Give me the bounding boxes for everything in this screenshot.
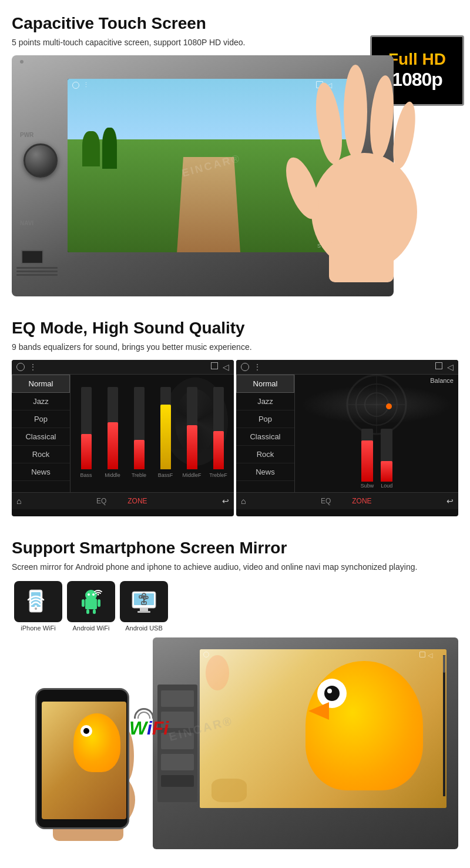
- vent2: [16, 271, 58, 272]
- volume-knob[interactable]: [24, 143, 58, 178]
- eq-bar-treble-label: Treble: [132, 472, 146, 478]
- eq-bar-middlef-label: MiddleF: [182, 472, 201, 478]
- eq-footer-home1[interactable]: ⌂: [16, 496, 21, 506]
- status-back: ◁: [327, 81, 332, 89]
- phone-hand-area: [18, 653, 159, 843]
- bird-beak: [308, 702, 329, 720]
- phone-bird-eye: [80, 725, 92, 737]
- android-wifi-item: Android WiFi: [65, 581, 118, 632]
- android-wifi-icon: [76, 587, 106, 616]
- iphone-wifi-icon: [24, 587, 53, 616]
- svg-rect-21: [98, 599, 100, 607]
- status-bar: ⋮: [72, 81, 89, 89]
- eq-menu2-rock[interactable]: Rock: [236, 446, 294, 463]
- eq-footer-back1[interactable]: ↩: [222, 496, 229, 506]
- mirror-status-circle: [203, 652, 209, 657]
- mirror-ctrl-btn4: [161, 754, 194, 770]
- eq-bar-bass-label: Bass: [80, 472, 92, 478]
- eq-bar-bassf-fill: [160, 405, 171, 469]
- android-usb-icon: [129, 587, 159, 616]
- eq-header-square1: [211, 362, 218, 369]
- eq-menu-classical[interactable]: Classical: [12, 428, 70, 446]
- tree2: [102, 128, 117, 169]
- eq-header-right2: ◁: [435, 362, 454, 372]
- eq-header-icon1: [16, 363, 25, 371]
- svg-rect-27: [140, 608, 148, 611]
- mirror-icons-row: iPhone WiFi: [12, 581, 458, 632]
- bird-eye-dark: [324, 686, 340, 701]
- mirror-side-controls: [157, 685, 197, 802]
- wifi-logo-text: WiFi: [129, 719, 169, 737]
- eq-tab-zone1[interactable]: ZONE: [118, 496, 156, 506]
- eq-menu2-jazz[interactable]: Jazz: [236, 393, 294, 410]
- eq-footer-back2[interactable]: ↩: [446, 496, 454, 506]
- eq-tab-zone2[interactable]: ZONE: [343, 496, 381, 506]
- status-square: [316, 81, 323, 88]
- eq-bar-bassf-container: [160, 387, 171, 469]
- svg-point-17: [88, 593, 90, 596]
- top-buttons: [20, 60, 24, 64]
- iphone-wifi-box: [14, 581, 62, 622]
- screen-area: ⋮ ◁ EINCAR® ST4SBP-GOT: [68, 79, 355, 252]
- vents: [16, 267, 58, 285]
- svg-rect-20: [82, 599, 85, 607]
- eq-menu-rock[interactable]: Rock: [12, 446, 70, 463]
- phone-screen-content: [42, 702, 126, 819]
- balance-label: Balance: [430, 377, 454, 384]
- status-bar-right: ◁: [316, 81, 332, 89]
- subw-bar-fill: [361, 440, 373, 482]
- eq-body-2: Normal Jazz Pop Classical Rock News Bala…: [236, 375, 458, 492]
- section2-title: EQ Mode, High Sound Quality: [12, 319, 458, 338]
- mirror-ctrl-btn1: [161, 690, 194, 707]
- wifi-fi: Fi: [152, 717, 169, 739]
- eq-header-dots2: ⋮: [254, 363, 261, 371]
- btn-dot1: [20, 60, 24, 64]
- eq-menu2-news[interactable]: News: [236, 463, 294, 481]
- eq-bars-area: Bass Middle Treble: [70, 375, 234, 492]
- eq-bar-middle: Middle: [100, 387, 125, 478]
- eq-menu-jazz[interactable]: Jazz: [12, 393, 70, 410]
- eq-tab-eq2[interactable]: EQ: [311, 496, 340, 506]
- section3-desc: Screen mirror for Android phone and ipho…: [12, 562, 458, 572]
- fullhd-sub: 1080p: [392, 69, 442, 91]
- eq-panel-1: ⋮ ◁ Normal Jazz Pop Classical Rock News: [12, 360, 234, 516]
- mirror-scrollbar-thumb: [443, 655, 445, 673]
- iphone-wifi-label: iPhone WiFi: [21, 625, 55, 632]
- eq-bar-treblef-container: [213, 387, 224, 469]
- section3-title: Support Smartphone Screen Mirror: [12, 539, 458, 557]
- mirror-status-sq: [419, 652, 425, 657]
- wifi-logo-area: WiFi: [129, 719, 169, 737]
- balance-area: Balance: [295, 375, 458, 492]
- eq-panel1-header: ⋮ ◁: [12, 360, 234, 375]
- status-icon1: [72, 82, 79, 89]
- eq-menu2-pop[interactable]: Pop: [236, 410, 294, 428]
- eq-menu-normal[interactable]: Normal: [12, 375, 70, 393]
- eq-menu2-normal[interactable]: Normal: [236, 375, 294, 393]
- eq-bar-bass-container: [81, 387, 92, 469]
- mirror-unit-screen: ◁: [200, 649, 446, 808]
- android-wifi-label: Android WiFi: [73, 625, 110, 632]
- eq-bar-middlef-fill: [187, 425, 197, 469]
- eq-menu-news[interactable]: News: [12, 463, 70, 481]
- eq-bar-middle-label: Middle: [105, 472, 120, 478]
- svg-point-24: [98, 594, 99, 596]
- eq-header-back1: ◁: [223, 362, 229, 372]
- navi-label: NAVI: [20, 220, 33, 226]
- wifi-w: W: [129, 717, 147, 739]
- eq-bar-treble-container: [134, 387, 145, 469]
- android-usb-box: [120, 581, 168, 622]
- eq-bar-treble-fill: [134, 440, 145, 469]
- bird-eye-shine: [327, 689, 332, 693]
- eq-tab-eq1[interactable]: EQ: [87, 496, 116, 506]
- eq-menu2-classical[interactable]: Classical: [236, 428, 294, 446]
- eq-bar-middlef-container: [187, 387, 197, 469]
- svg-point-15: [35, 605, 37, 607]
- svg-rect-23: [93, 609, 96, 614]
- svg-rect-19: [85, 599, 97, 609]
- eq-menu-pop[interactable]: Pop: [12, 410, 70, 428]
- eq-footer-home2[interactable]: ⌂: [241, 496, 246, 506]
- phone-bird-pupil: [83, 728, 89, 734]
- section2-desc: 9 bands equalizers for sound, brings you…: [12, 342, 458, 352]
- android-wifi-box: [67, 581, 115, 622]
- mirror-image-area: EINCAR®: [12, 637, 458, 849]
